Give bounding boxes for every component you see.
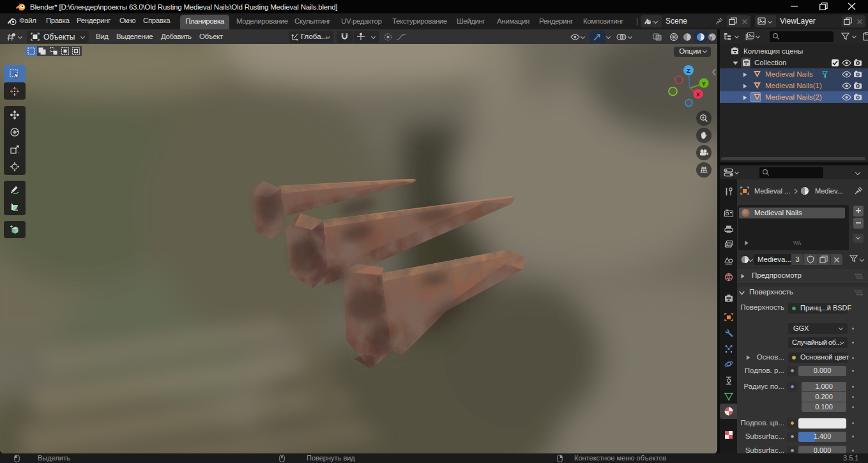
svg-text:Z: Z	[687, 67, 690, 74]
svg-text:X: X	[696, 91, 701, 98]
svg-text:Y: Y	[702, 80, 706, 87]
